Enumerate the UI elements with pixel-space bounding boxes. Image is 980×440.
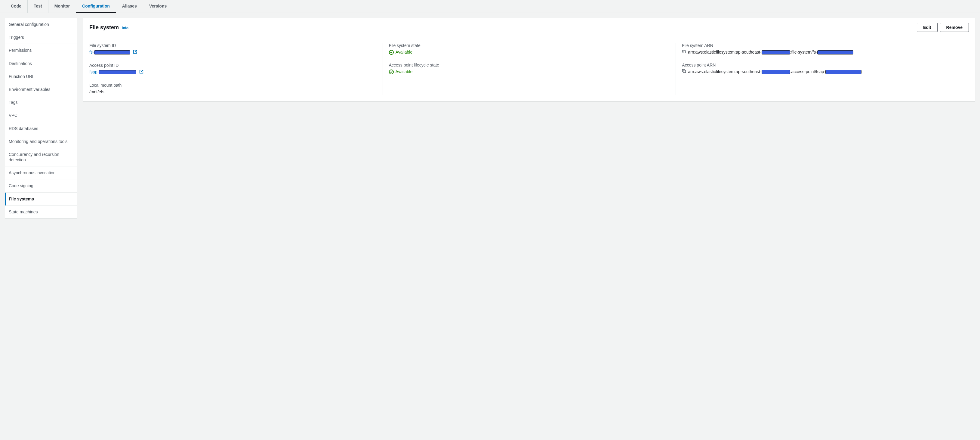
copy-icon[interactable] [682, 69, 686, 75]
sidebar-item-code-signing[interactable]: Code signing [5, 179, 77, 192]
field-access-point-state: Access point lifecycle state Available [389, 62, 670, 75]
redacted-fs-id [817, 50, 853, 54]
external-link-icon[interactable] [139, 69, 143, 75]
sidebar-item-vpc[interactable]: VPC [5, 109, 77, 122]
tab-versions[interactable]: Versions [143, 0, 173, 13]
tab-monitor[interactable]: Monitor [48, 0, 76, 13]
file-system-id-link[interactable]: fs- [89, 49, 130, 54]
panel-header: File system Info Edit Remove [83, 18, 975, 37]
tab-code[interactable]: Code [5, 0, 28, 13]
sidebar-item-state-machines[interactable]: State machines [5, 206, 77, 218]
sidebar-item-rds-databases[interactable]: RDS databases [5, 122, 77, 135]
copy-icon[interactable] [682, 49, 686, 55]
label-access-point-state: Access point lifecycle state [389, 62, 670, 67]
redacted-account [762, 50, 790, 54]
redacted-account [762, 70, 790, 74]
label-file-system-id: File system ID [89, 43, 377, 48]
sidebar-item-function-url[interactable]: Function URL [5, 70, 77, 83]
value-file-system-arn: arn:aws:elasticfilesystem:ap-southeast-:… [688, 49, 963, 55]
sidebar-item-destinations[interactable]: Destinations [5, 57, 77, 70]
sidebar-item-file-systems[interactable]: File systems [5, 193, 77, 206]
svg-rect-5 [683, 70, 686, 73]
label-file-system-state: File system state [389, 43, 670, 48]
tab-bar: Code Test Monitor Configuration Aliases … [0, 0, 980, 13]
value-local-mount-path: /mnt/efs [89, 89, 377, 95]
tab-aliases[interactable]: Aliases [116, 0, 143, 13]
value-access-point-arn: arn:aws:elasticfilesystem:ap-southeast-:… [688, 69, 963, 75]
external-link-icon[interactable] [133, 49, 137, 56]
sidebar-item-general-configuration[interactable]: General configuration [5, 18, 77, 31]
label-access-point-id: Access point ID [89, 63, 377, 68]
sidebar-item-triggers[interactable]: Triggers [5, 31, 77, 44]
tab-test[interactable]: Test [28, 0, 48, 13]
redacted-fs-id [94, 50, 130, 54]
redacted-ap-id [99, 70, 136, 74]
panel-title: File system [89, 24, 119, 31]
sidebar-item-monitoring-tools[interactable]: Monitoring and operations tools [5, 135, 77, 148]
sidebar-item-permissions[interactable]: Permissions [5, 44, 77, 57]
column-ids: File system ID fs- Access point ID fsap- [89, 43, 383, 95]
sidebar-item-environment-variables[interactable]: Environment variables [5, 83, 77, 96]
field-file-system-state: File system state Available [389, 43, 670, 55]
redacted-ap-id [826, 70, 861, 74]
field-file-system-arn: File system ARN arn:aws:elasticfilesyste… [682, 43, 963, 55]
info-link[interactable]: Info [122, 26, 129, 30]
sidebar-item-concurrency-recursion[interactable]: Concurrency and recursion detection [5, 148, 77, 166]
value-access-point-state: Available [389, 69, 670, 75]
access-point-id-link[interactable]: fsap- [89, 70, 136, 74]
edit-button[interactable]: Edit [917, 23, 937, 32]
status-ok-icon [389, 70, 394, 74]
value-file-system-state: Available [389, 49, 670, 55]
tab-configuration[interactable]: Configuration [76, 0, 116, 13]
field-access-point-arn: Access point ARN arn:aws:elasticfilesyst… [682, 62, 963, 75]
label-access-point-arn: Access point ARN [682, 62, 963, 67]
label-local-mount-path: Local mount path [89, 83, 377, 88]
field-access-point-id: Access point ID fsap- [89, 63, 377, 75]
file-system-panel: File system Info Edit Remove File system… [83, 18, 975, 101]
remove-button[interactable]: Remove [940, 23, 969, 32]
sidebar-item-async-invocation[interactable]: Asynchronous invocation [5, 166, 77, 179]
field-local-mount-path: Local mount path /mnt/efs [89, 83, 377, 95]
column-states: File system state Available Access point… [383, 43, 676, 95]
label-file-system-arn: File system ARN [682, 43, 963, 48]
svg-rect-3 [683, 51, 686, 53]
status-ok-icon [389, 50, 394, 55]
sidebar-item-tags[interactable]: Tags [5, 96, 77, 109]
column-arns: File system ARN arn:aws:elasticfilesyste… [676, 43, 969, 95]
field-file-system-id: File system ID fs- [89, 43, 377, 56]
config-sidebar: General configuration Triggers Permissio… [5, 18, 77, 218]
